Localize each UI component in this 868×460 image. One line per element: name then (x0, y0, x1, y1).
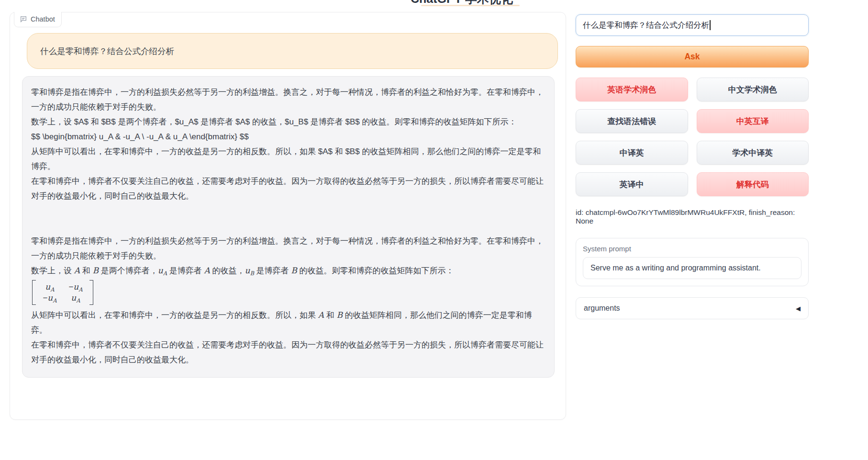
bot-rendered-block: 零和博弈是指在博弈中，一方的利益损失必然等于另一方的利益增益。换言之，对于每一种… (31, 234, 545, 367)
button-academic-zh-to-en[interactable]: 学术中译英 (697, 141, 809, 165)
bot-raw-paragraph: 从矩阵中可以看出，在零和博弈中，一方的收益是另一方的相反数。所以，如果 $A$ … (31, 144, 545, 174)
text-cursor-caret (710, 20, 711, 30)
chat-bubble-icon (20, 15, 27, 23)
accordion-collapse-icon[interactable]: ◀ (796, 305, 801, 312)
matrix-cell: −uA (65, 281, 86, 292)
bot-raw-paragraph: 零和博弈是指在博弈中，一方的利益损失必然等于另一方的利益增益。换言之，对于每一种… (31, 85, 545, 114)
button-explain-code[interactable]: 解释代码 (697, 172, 809, 196)
user-message-bubble: 什么是零和博弈？结合公式介绍分析 (27, 33, 558, 69)
query-input-value: 什么是零和博弈？结合公式介绍分析 (583, 20, 709, 31)
button-chinese-academic-polish[interactable]: 中文学术润色 (697, 78, 809, 101)
system-prompt-value: Serve me as a writing and programming as… (590, 264, 761, 272)
bot-raw-paragraph: 数学上，设 $A$ 和 $B$ 是两个博弈者，$u_A$ 是博弈者 $A$ 的收… (31, 114, 545, 129)
title-underline (421, 5, 520, 6)
accordion-label: arguments (584, 304, 620, 313)
bot-message-box: 零和博弈是指在博弈中，一方的利益损失必然等于另一方的利益增益。换言之，对于每一种… (22, 76, 555, 378)
button-zh-to-en[interactable]: 中译英 (576, 141, 688, 165)
matrix-cell: −uA (39, 292, 60, 303)
user-message-text: 什么是零和博弈？结合公式介绍分析 (40, 45, 174, 57)
ask-button[interactable]: Ask (576, 46, 809, 67)
bot-latex-source-line: $$ \begin{bmatrix} u_A & -u_A \ -u_A & u… (31, 129, 545, 144)
bot-rendered-paragraph: 在零和博弈中，博弈者不仅要关注自己的收益，还需要考虑对手的收益。因为一方取得的收… (31, 337, 545, 367)
button-find-grammar-errors[interactable]: 查找语法错误 (576, 109, 688, 133)
payoff-matrix: uA −uA −uA uA (32, 280, 545, 305)
query-input[interactable]: 什么是零和博弈？结合公式介绍分析 (576, 14, 809, 36)
response-status-line: id: chatcmpl-6wOo7KrYTwMl89lbrMWRu4UkFFX… (576, 208, 809, 225)
system-prompt-label: System prompt (583, 245, 801, 253)
button-zh-en-mutual-translate[interactable]: 中英互译 (697, 109, 809, 133)
matrix-cell: uA (39, 281, 60, 292)
button-english-academic-polish[interactable]: 英语学术润色 (576, 78, 688, 101)
matrix-cell: uA (65, 292, 86, 303)
chatbot-label-tab: Chatbot (14, 12, 62, 27)
system-prompt-input[interactable]: Serve me as a writing and programming as… (583, 257, 801, 279)
chatbot-panel: Chatbot 什么是零和博弈？结合公式介绍分析 零和博弈是指在博弈中，一方的利… (10, 12, 566, 420)
arguments-accordion[interactable]: arguments ◀ (576, 297, 809, 319)
bot-raw-markdown-block: 零和博弈是指在博弈中，一方的利益损失必然等于另一方的利益增益。换言之，对于每一种… (31, 85, 545, 203)
bot-rendered-paragraph: 数学上，设 A 和 B 是两个博弈者，uA 是博弈者 A 的收益，uB 是博弈者… (31, 263, 545, 278)
bot-rendered-paragraph: 零和博弈是指在博弈中，一方的利益损失必然等于另一方的利益增益。换言之，对于每一种… (31, 234, 545, 263)
chatbot-label: Chatbot (31, 15, 55, 23)
button-en-to-zh[interactable]: 英译中 (576, 172, 688, 196)
system-prompt-panel: System prompt Serve me as a writing and … (576, 238, 809, 286)
ask-panel: 什么是零和博弈？结合公式介绍分析 Ask 英语学术润色 中文学术润色 查找语法错… (576, 14, 809, 319)
quick-action-grid: 英语学术润色 中文学术润色 查找语法错误 中英互译 中译英 学术中译英 英译中 … (576, 78, 809, 196)
bot-raw-paragraph: 在零和博弈中，博弈者不仅要关注自己的收益，还需要考虑对手的收益。因为一方取得的收… (31, 174, 545, 203)
bot-rendered-paragraph: 从矩阵中可以看出，在零和博弈中，一方的收益是另一方的相反数。所以，如果 A 和 … (31, 308, 545, 337)
